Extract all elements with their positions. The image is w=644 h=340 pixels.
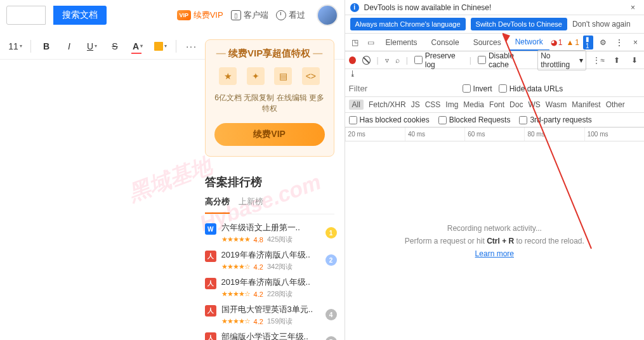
timeline[interactable]: 20 ms40 ms60 ms80 ms100 ms (345, 128, 644, 141)
font-color-button[interactable]: A▾ (128, 37, 148, 56)
warning-count[interactable]: ▲ 1 (566, 38, 579, 47)
tab-console[interactable]: Console (425, 34, 466, 51)
preserve-log-checkbox[interactable]: Preserve log (414, 51, 463, 69)
rank-item[interactable]: 人国开电大管理英语3单元..★★★★☆4.2159阅读4 (205, 304, 334, 326)
bookmark-icon: ★ (219, 67, 237, 85)
language-bar: Always match Chrome's language Switch De… (345, 15, 644, 34)
upload-icon[interactable]: ⬆ (611, 56, 622, 65)
highlight-button[interactable]: ▾ (150, 37, 171, 56)
underline-button[interactable]: U▾ (82, 37, 102, 56)
type-filter-media[interactable]: Media (463, 100, 484, 109)
strike-button[interactable]: S (105, 37, 125, 56)
third-party-checkbox[interactable]: 3rd-party requests (519, 115, 591, 124)
rank-badge: 2 (325, 254, 337, 266)
score: 4.2 (254, 318, 263, 325)
rank-badge: 4 (325, 309, 337, 320)
vip-icon-row: ★ ✦ ▤ <> (214, 67, 325, 85)
search-icon[interactable]: ⌕ (395, 56, 400, 65)
type-filter-other[interactable]: Other (606, 100, 625, 109)
type-filter-all[interactable]: All (349, 100, 364, 110)
type-filter-img[interactable]: Img (445, 100, 458, 109)
star-rating: ★★★★☆ (221, 263, 250, 271)
search-button[interactable]: 搜索文档 (53, 6, 107, 25)
type-filter-manifest[interactable]: Manifest (572, 100, 600, 109)
type-filter-ws[interactable]: WS (528, 100, 540, 109)
doc-title: 六年级语文上册第一.. (221, 222, 334, 233)
tab-newest[interactable]: 上新榜 (239, 196, 263, 214)
clear-button[interactable] (362, 56, 371, 65)
download-har-icon[interactable]: ⭳ (345, 69, 644, 81)
disable-cache-checkbox[interactable]: Disable cache (478, 51, 531, 69)
font-size-select[interactable]: 11▾ (5, 37, 25, 56)
timeline-tick: 60 ms (464, 128, 524, 141)
filter-input[interactable] (349, 82, 456, 95)
network-empty-state: Recording network activity... Perform a … (345, 141, 644, 340)
switch-language-button[interactable]: Switch DevTools to Chinese (471, 18, 567, 30)
error-count[interactable]: ◕ 1 (551, 38, 563, 47)
tab-sources[interactable]: Sources (467, 34, 508, 51)
match-language-button[interactable]: Always match Chrome's language (350, 18, 466, 30)
vip-renew-button[interactable]: 续费VIP (214, 123, 325, 146)
download-icon[interactable]: ⬇ (629, 56, 640, 65)
hide-data-urls-checkbox[interactable]: Hide data URLs (499, 84, 563, 93)
kebab-icon[interactable]: ⋮ (613, 38, 626, 47)
doc-type-icon: 人 (205, 278, 216, 289)
learn-more-link[interactable]: Learn more (475, 249, 514, 258)
read-count: 425阅读 (267, 235, 292, 244)
italic-button[interactable]: I (59, 37, 79, 56)
divider (176, 40, 176, 53)
type-filters: AllFetch/XHRJSCSSImgMediaFontDocWSWasmMa… (345, 97, 644, 113)
type-filter-doc[interactable]: Doc (509, 100, 523, 109)
top-bar: 搜索文档 VIP 续费VIP ▯ 客户端 看过 (0, 0, 345, 30)
throttling-select[interactable]: No throttling ▾ (537, 50, 586, 70)
blocked-cookies-checkbox[interactable]: Has blocked cookies (349, 115, 430, 124)
divider: | (470, 56, 471, 65)
client-link[interactable]: ▯ 客户端 (231, 10, 268, 21)
clock-icon (276, 10, 286, 20)
tab-network[interactable]: Network (509, 34, 549, 51)
code-icon: <> (302, 67, 320, 85)
doc-title: 国开电大管理英语3单元.. (221, 304, 334, 315)
filter-toggle-icon[interactable]: ▿ (385, 56, 389, 65)
rank-item[interactable]: 人部编版小学语文三年级..5 (205, 331, 334, 340)
close-devtools-icon[interactable]: × (629, 38, 641, 47)
inspect-icon[interactable]: ◳ (348, 38, 362, 47)
type-filter-js[interactable]: JS (411, 100, 420, 109)
info-count[interactable]: ▮ 1 (583, 36, 593, 49)
info-icon: i (350, 3, 359, 12)
invert-checkbox[interactable]: Invert (463, 84, 492, 93)
dont-show-link[interactable]: Don't show again (572, 20, 631, 29)
rank-item[interactable]: W六年级语文上册第一..★★★★★4.8425阅读1 (205, 222, 334, 244)
rank-badge: 1 (325, 227, 337, 239)
doc-title: 2019年春济南版八年级.. (221, 277, 334, 288)
web-page: 搜索文档 VIP 续费VIP ▯ 客户端 看过 11▾ B I U▾ S A▾ … (0, 0, 345, 340)
tab-elements[interactable]: Elements (379, 34, 424, 51)
timeline-tick: 20 ms (345, 128, 405, 141)
close-icon[interactable]: × (627, 3, 639, 12)
tab-high-score[interactable]: 高分榜 (205, 196, 230, 214)
rank-item[interactable]: 人2019年春济南版八年级..★★★★☆4.2342阅读2 (205, 249, 334, 271)
type-filter-css[interactable]: CSS (425, 100, 441, 109)
type-filter-fetchxhr[interactable]: Fetch/XHR (369, 100, 406, 109)
type-filter-font[interactable]: Font (489, 100, 504, 109)
type-filter-wasm[interactable]: Wasm (546, 100, 567, 109)
device-icon[interactable]: ▭ (364, 38, 378, 47)
vip-link[interactable]: VIP 续费VIP (177, 10, 223, 21)
vip-card-title: — 续费VIP享超值特权 — (214, 48, 325, 60)
avatar[interactable] (317, 4, 338, 26)
doc-type-icon: 人 (205, 332, 216, 340)
bold-button[interactable]: B (36, 37, 56, 56)
rank-item[interactable]: 人2019年春济南版八年级..★★★★☆4.2228阅读 (205, 277, 334, 299)
rank-list: W六年级语文上册第一..★★★★★4.8425阅读1人2019年春济南版八年级.… (205, 222, 334, 340)
wifi-icon[interactable]: ⋮≈ (593, 56, 605, 65)
recent-link[interactable]: 看过 (276, 10, 305, 21)
more-button[interactable]: ··· (181, 37, 202, 56)
gear-icon[interactable]: ⚙ (597, 38, 609, 47)
score: 4.2 (254, 291, 263, 298)
record-button[interactable] (349, 56, 356, 64)
blocked-requests-checkbox[interactable]: Blocked Requests (438, 115, 511, 124)
star-rating: ★★★★☆ (221, 290, 250, 298)
star-rating: ★★★★★ (221, 235, 250, 244)
search-input[interactable] (6, 6, 46, 25)
timeline-tick: 40 ms (405, 128, 464, 141)
